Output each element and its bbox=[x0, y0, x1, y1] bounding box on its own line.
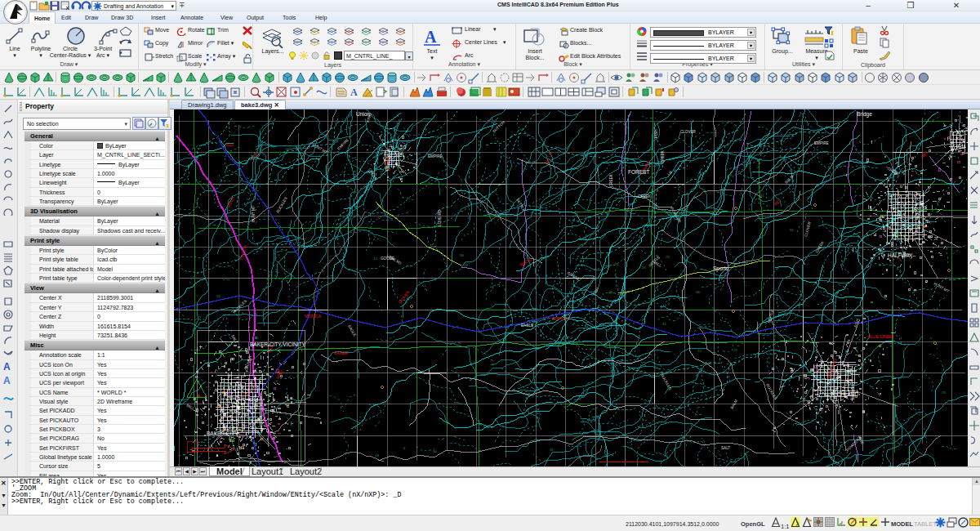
svg-text:BAKER: BAKER bbox=[334, 350, 348, 355]
svg-text:EMPIRE: EMPIRE bbox=[428, 154, 443, 158]
svg-text:CREEK: CREEK bbox=[609, 173, 613, 187]
svg-text:18: 18 bbox=[728, 173, 732, 177]
svg-text:25: 25 bbox=[733, 348, 737, 352]
svg-text:GOOSE: GOOSE bbox=[381, 257, 394, 261]
svg-text:25: 25 bbox=[398, 164, 402, 168]
svg-text:36: 36 bbox=[433, 449, 437, 453]
svg-text:LOVE RD: LOVE RD bbox=[438, 209, 442, 226]
svg-text:Bridge: Bridge bbox=[857, 111, 872, 118]
svg-text:18: 18 bbox=[434, 135, 439, 139]
svg-text:SPRINGS: SPRINGS bbox=[551, 316, 570, 321]
svg-text:25: 25 bbox=[942, 390, 946, 395]
svg-text:31: 31 bbox=[550, 448, 554, 452]
svg-text:18: 18 bbox=[464, 263, 468, 267]
svg-text:EMPIRE: EMPIRE bbox=[814, 141, 829, 145]
svg-text:CREEK: CREEK bbox=[661, 149, 665, 163]
svg-text:31: 31 bbox=[760, 194, 764, 198]
svg-text:SALT: SALT bbox=[721, 446, 730, 450]
svg-text:RICHLAND: RICHLAND bbox=[831, 391, 859, 397]
svg-text:FISH: FISH bbox=[654, 130, 658, 138]
svg-text:A: A bbox=[350, 87, 358, 98]
svg-text:Sporto: Sporto bbox=[713, 266, 729, 272]
svg-text:HALFWAY: HALFWAY bbox=[888, 252, 913, 258]
svg-text:A: A bbox=[425, 28, 437, 46]
svg-text:31: 31 bbox=[790, 228, 794, 232]
svg-text:12: 12 bbox=[216, 294, 220, 298]
svg-text:CLOVER: CLOVER bbox=[680, 130, 697, 134]
svg-text:36: 36 bbox=[460, 253, 464, 257]
svg-text:25: 25 bbox=[608, 290, 612, 294]
svg-text:12: 12 bbox=[373, 257, 377, 261]
svg-text:EAGLE: EAGLE bbox=[521, 324, 533, 328]
svg-text:25: 25 bbox=[642, 266, 646, 270]
svg-text:25: 25 bbox=[614, 262, 618, 266]
svg-text:18: 18 bbox=[375, 453, 379, 457]
svg-text:Union: Union bbox=[356, 111, 370, 117]
svg-text:BAKER CITY VICINITY: BAKER CITY VICINITY bbox=[250, 341, 305, 347]
svg-text:FOREST: FOREST bbox=[628, 169, 649, 175]
svg-text:12: 12 bbox=[633, 298, 637, 302]
svg-text:OLD: OLD bbox=[225, 142, 234, 147]
svg-text:BLUE CREEK: BLUE CREEK bbox=[868, 334, 894, 339]
svg-text:MONICA: MONICA bbox=[305, 314, 322, 319]
svg-text:BAKER CITY: BAKER CITY bbox=[207, 431, 238, 436]
svg-text:36: 36 bbox=[696, 290, 700, 294]
svg-text:25: 25 bbox=[666, 255, 670, 259]
svg-text:HUNT MT: HUNT MT bbox=[252, 205, 256, 222]
svg-text:31: 31 bbox=[662, 322, 666, 326]
svg-text:12: 12 bbox=[697, 349, 702, 353]
svg-text:25: 25 bbox=[908, 450, 912, 454]
